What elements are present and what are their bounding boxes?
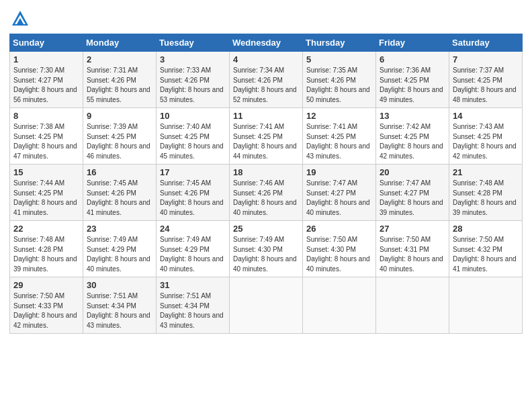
calendar-cell: 10 Sunrise: 7:40 AMSunset: 4:25 PMDaylig… — [157, 108, 230, 165]
day-detail: Sunrise: 7:50 AMSunset: 4:30 PMDaylight:… — [306, 236, 370, 273]
calendar-cell: 21 Sunrise: 7:48 AMSunset: 4:28 PMDaylig… — [449, 165, 523, 221]
calendar-week-row: 1 Sunrise: 7:30 AMSunset: 4:27 PMDayligh… — [10, 52, 523, 108]
day-number: 13 — [380, 111, 446, 121]
calendar-cell: 20 Sunrise: 7:47 AMSunset: 4:27 PMDaylig… — [376, 165, 449, 221]
day-number: 22 — [13, 224, 80, 234]
day-number: 30 — [87, 280, 153, 290]
day-number: 12 — [306, 111, 373, 121]
day-number: 27 — [380, 224, 446, 234]
day-number: 9 — [87, 111, 153, 121]
calendar-cell: 12 Sunrise: 7:41 AMSunset: 4:25 PMDaylig… — [303, 108, 376, 165]
calendar-cell: 4 Sunrise: 7:34 AMSunset: 4:26 PMDayligh… — [230, 52, 303, 108]
day-detail: Sunrise: 7:50 AMSunset: 4:31 PMDaylight:… — [380, 236, 443, 273]
day-number: 14 — [453, 111, 519, 121]
calendar-cell: 23 Sunrise: 7:49 AMSunset: 4:29 PMDaylig… — [83, 221, 157, 277]
day-number: 15 — [13, 167, 80, 177]
day-detail: Sunrise: 7:31 AMSunset: 4:26 PMDaylight:… — [87, 66, 150, 103]
day-detail: Sunrise: 7:51 AMSunset: 4:34 PMDaylight:… — [87, 292, 150, 329]
day-number: 25 — [233, 224, 300, 234]
day-detail: Sunrise: 7:45 AMSunset: 4:26 PMDaylight:… — [87, 179, 150, 216]
calendar-cell: 7 Sunrise: 7:37 AMSunset: 4:25 PMDayligh… — [449, 52, 523, 108]
day-number: 21 — [453, 167, 519, 177]
day-number: 26 — [306, 224, 373, 234]
main-container: SundayMondayTuesdayWednesdayThursdayFrid… — [0, 0, 532, 340]
day-number: 6 — [380, 54, 446, 64]
calendar-cell: 29 Sunrise: 7:50 AMSunset: 4:33 PMDaylig… — [10, 277, 83, 334]
calendar-header-row: SundayMondayTuesdayWednesdayThursdayFrid… — [10, 34, 523, 52]
day-detail: Sunrise: 7:49 AMSunset: 4:29 PMDaylight:… — [160, 236, 224, 273]
calendar-cell: 25 Sunrise: 7:49 AMSunset: 4:30 PMDaylig… — [230, 221, 303, 277]
calendar-cell: 24 Sunrise: 7:49 AMSunset: 4:29 PMDaylig… — [157, 221, 230, 277]
column-header-sunday: Sunday — [10, 34, 83, 52]
calendar-week-row: 15 Sunrise: 7:44 AMSunset: 4:25 PMDaylig… — [10, 165, 523, 221]
day-detail: Sunrise: 7:48 AMSunset: 4:28 PMDaylight:… — [13, 236, 77, 273]
calendar-cell: 26 Sunrise: 7:50 AMSunset: 4:30 PMDaylig… — [303, 221, 376, 277]
calendar-cell — [230, 277, 303, 334]
day-detail: Sunrise: 7:40 AMSunset: 4:25 PMDaylight:… — [160, 123, 224, 160]
calendar-cell: 22 Sunrise: 7:48 AMSunset: 4:28 PMDaylig… — [10, 221, 83, 277]
day-detail: Sunrise: 7:37 AMSunset: 4:25 PMDaylight:… — [453, 66, 517, 103]
day-number: 29 — [13, 280, 80, 290]
day-number: 4 — [233, 54, 300, 64]
day-detail: Sunrise: 7:45 AMSunset: 4:26 PMDaylight:… — [160, 179, 224, 216]
logo — [9, 9, 30, 28]
calendar-cell: 14 Sunrise: 7:43 AMSunset: 4:25 PMDaylig… — [449, 108, 523, 165]
day-detail: Sunrise: 7:44 AMSunset: 4:25 PMDaylight:… — [13, 179, 77, 216]
calendar-cell — [376, 277, 449, 334]
day-number: 28 — [453, 224, 519, 234]
day-number: 16 — [87, 167, 153, 177]
day-number: 23 — [87, 224, 153, 234]
calendar-cell: 11 Sunrise: 7:41 AMSunset: 4:25 PMDaylig… — [230, 108, 303, 165]
day-number: 1 — [13, 54, 80, 64]
day-detail: Sunrise: 7:46 AMSunset: 4:26 PMDaylight:… — [233, 179, 297, 216]
calendar-cell: 27 Sunrise: 7:50 AMSunset: 4:31 PMDaylig… — [376, 221, 449, 277]
day-number: 19 — [306, 167, 373, 177]
day-number: 7 — [453, 54, 519, 64]
calendar-cell: 2 Sunrise: 7:31 AMSunset: 4:26 PMDayligh… — [83, 52, 157, 108]
calendar-cell: 16 Sunrise: 7:45 AMSunset: 4:26 PMDaylig… — [83, 165, 157, 221]
day-detail: Sunrise: 7:50 AMSunset: 4:33 PMDaylight:… — [13, 292, 77, 329]
day-detail: Sunrise: 7:47 AMSunset: 4:27 PMDaylight:… — [380, 179, 443, 216]
column-header-saturday: Saturday — [449, 34, 523, 52]
day-number: 8 — [13, 111, 80, 121]
day-detail: Sunrise: 7:43 AMSunset: 4:25 PMDaylight:… — [453, 123, 517, 160]
column-header-thursday: Thursday — [303, 34, 376, 52]
day-detail: Sunrise: 7:36 AMSunset: 4:25 PMDaylight:… — [380, 66, 443, 103]
day-detail: Sunrise: 7:38 AMSunset: 4:25 PMDaylight:… — [13, 123, 77, 160]
day-number: 24 — [160, 224, 226, 234]
header — [9, 7, 523, 28]
calendar-table: SundayMondayTuesdayWednesdayThursdayFrid… — [9, 34, 523, 334]
calendar-cell: 15 Sunrise: 7:44 AMSunset: 4:25 PMDaylig… — [10, 165, 83, 221]
calendar-cell: 28 Sunrise: 7:50 AMSunset: 4:32 PMDaylig… — [449, 221, 523, 277]
calendar-cell: 9 Sunrise: 7:39 AMSunset: 4:25 PMDayligh… — [83, 108, 157, 165]
calendar-cell — [449, 277, 523, 334]
day-number: 3 — [160, 54, 226, 64]
calendar-cell: 8 Sunrise: 7:38 AMSunset: 4:25 PMDayligh… — [10, 108, 83, 165]
day-detail: Sunrise: 7:41 AMSunset: 4:25 PMDaylight:… — [306, 123, 370, 160]
calendar-cell: 19 Sunrise: 7:47 AMSunset: 4:27 PMDaylig… — [303, 165, 376, 221]
calendar-cell: 6 Sunrise: 7:36 AMSunset: 4:25 PMDayligh… — [376, 52, 449, 108]
calendar-week-row: 29 Sunrise: 7:50 AMSunset: 4:33 PMDaylig… — [10, 277, 523, 334]
day-number: 18 — [233, 167, 300, 177]
day-detail: Sunrise: 7:35 AMSunset: 4:26 PMDaylight:… — [306, 66, 370, 103]
calendar-cell: 1 Sunrise: 7:30 AMSunset: 4:27 PMDayligh… — [10, 52, 83, 108]
calendar-cell: 31 Sunrise: 7:51 AMSunset: 4:34 PMDaylig… — [157, 277, 230, 334]
column-header-tuesday: Tuesday — [157, 34, 230, 52]
day-number: 10 — [160, 111, 226, 121]
calendar-cell: 13 Sunrise: 7:42 AMSunset: 4:25 PMDaylig… — [376, 108, 449, 165]
calendar-cell: 30 Sunrise: 7:51 AMSunset: 4:34 PMDaylig… — [83, 277, 157, 334]
day-detail: Sunrise: 7:49 AMSunset: 4:29 PMDaylight:… — [87, 236, 150, 273]
day-detail: Sunrise: 7:33 AMSunset: 4:26 PMDaylight:… — [160, 66, 224, 103]
day-number: 17 — [160, 167, 226, 177]
day-detail: Sunrise: 7:34 AMSunset: 4:26 PMDaylight:… — [233, 66, 297, 103]
day-detail: Sunrise: 7:39 AMSunset: 4:25 PMDaylight:… — [87, 123, 150, 160]
day-number: 20 — [380, 167, 446, 177]
day-number: 5 — [306, 54, 373, 64]
day-detail: Sunrise: 7:30 AMSunset: 4:27 PMDaylight:… — [13, 66, 77, 103]
day-detail: Sunrise: 7:49 AMSunset: 4:30 PMDaylight:… — [233, 236, 297, 273]
column-header-wednesday: Wednesday — [230, 34, 303, 52]
day-number: 11 — [233, 111, 300, 121]
calendar-cell: 17 Sunrise: 7:45 AMSunset: 4:26 PMDaylig… — [157, 165, 230, 221]
calendar-cell: 18 Sunrise: 7:46 AMSunset: 4:26 PMDaylig… — [230, 165, 303, 221]
day-detail: Sunrise: 7:42 AMSunset: 4:25 PMDaylight:… — [380, 123, 443, 160]
